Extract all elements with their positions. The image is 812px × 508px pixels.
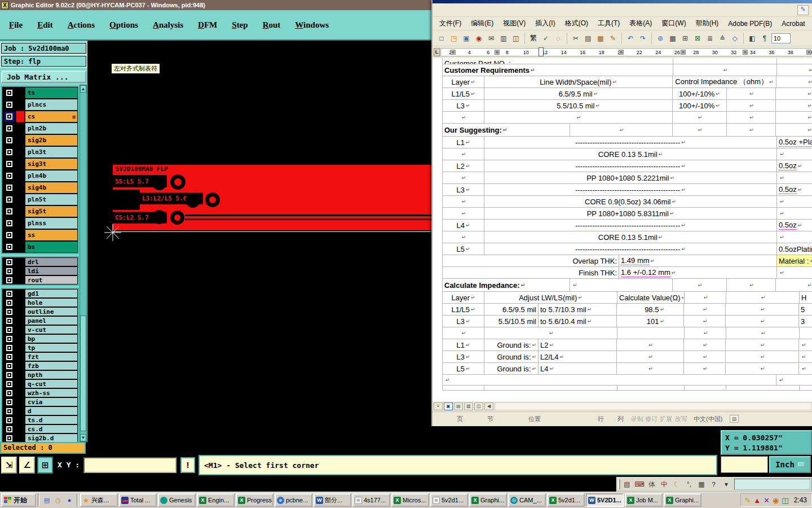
- layer-row-sig3t[interactable]: sig3t: [2, 158, 78, 170]
- layer-row-tp[interactable]: tp: [2, 343, 78, 352]
- layer-name[interactable]: fzb: [25, 361, 78, 370]
- chinese-convert-icon[interactable]: 繁: [528, 33, 539, 44]
- research-icon[interactable]: ◌: [553, 33, 564, 44]
- layer-row-bs[interactable]: bs: [2, 241, 78, 253]
- word-menu-item[interactable]: 视图(V): [503, 19, 526, 28]
- layer-row-sig5t[interactable]: sig5t: [2, 205, 78, 217]
- layer-checkbox[interactable]: [6, 371, 13, 379]
- layer-name[interactable]: ldi: [25, 266, 78, 275]
- layer-name[interactable]: hole: [25, 298, 78, 307]
- tray-red-icon[interactable]: ▲: [753, 497, 761, 504]
- zoom-percent-box[interactable]: 10: [771, 33, 791, 43]
- layer-row-pln5t[interactable]: pln5t: [2, 194, 78, 205]
- task-button[interactable]: ≡5v2d1...: [430, 493, 468, 507]
- langbar-grip[interactable]: [618, 479, 620, 489]
- document-map-icon[interactable]: ◧: [747, 33, 758, 44]
- layer-row-wzh-ss[interactable]: wzh-ss: [2, 388, 78, 397]
- layer-checkbox[interactable]: [6, 220, 13, 227]
- grid-tool-icon[interactable]: ⊞: [37, 457, 53, 474]
- task-button[interactable]: XJob M...: [625, 493, 663, 507]
- task-button[interactable]: Genesis: [158, 493, 196, 507]
- layer-checkbox[interactable]: [6, 299, 13, 306]
- layer-name[interactable]: drl: [25, 257, 78, 266]
- tab-selector[interactable]: L: [434, 48, 440, 56]
- redo-icon[interactable]: ↷: [637, 33, 648, 44]
- word-menu-item[interactable]: 窗口(W): [661, 19, 686, 28]
- tables-borders-icon[interactable]: ▦: [667, 33, 678, 44]
- layer-row-sig2b[interactable]: sig2b: [2, 134, 78, 146]
- columns-icon[interactable]: ≣: [704, 33, 716, 44]
- layer-row-panel[interactable]: panel: [2, 316, 78, 325]
- layer-row-fzt[interactable]: fzt: [2, 352, 78, 361]
- view-button-1[interactable]: ▣: [444, 402, 453, 410]
- select-tool-icon[interactable]: ⇲: [1, 457, 17, 474]
- scroll-down-icon[interactable]: ▼: [80, 434, 86, 441]
- task-button[interactable]: XGraphi...: [664, 493, 701, 507]
- layer-checkbox[interactable]: [6, 277, 13, 284]
- table-column-marker[interactable]: ▦: [495, 50, 500, 55]
- open-icon[interactable]: ◳: [448, 33, 460, 44]
- layer-checkbox[interactable]: [6, 317, 13, 325]
- layer-checkbox[interactable]: [6, 426, 13, 433]
- keyboard-layout-icon[interactable]: ⌨: [634, 479, 645, 490]
- editor-menu-options[interactable]: Options: [109, 20, 138, 30]
- layer-name[interactable]: tp: [25, 343, 78, 352]
- layer-row-v-cut[interactable]: v-cut: [2, 325, 78, 334]
- layer-name[interactable]: q-cut: [25, 379, 78, 388]
- layer-row-q-cut[interactable]: q-cut: [2, 379, 78, 388]
- layer-row-pln2b[interactable]: pln2b: [2, 122, 78, 134]
- layer-name[interactable]: bs: [25, 241, 78, 253]
- layer-name[interactable]: ts: [25, 87, 78, 99]
- layer-name[interactable]: npth: [25, 370, 78, 379]
- layer-checkbox[interactable]: [6, 353, 13, 361]
- print-preview-icon[interactable]: ◫: [510, 33, 522, 44]
- word-menu-item[interactable]: 插入(I): [535, 19, 555, 28]
- task-button[interactable]: XGraphi...: [469, 493, 507, 507]
- layer-checkbox[interactable]: [6, 389, 13, 397]
- layer-checkbox[interactable]: [6, 398, 13, 406]
- layer-row-cvia[interactable]: cvia: [2, 397, 78, 406]
- layer-checkbox[interactable]: [6, 148, 13, 156]
- task-button[interactable]: W5V2D1...: [586, 493, 624, 507]
- insert-table-icon[interactable]: ⊞: [679, 33, 691, 44]
- editor-menu-actions[interactable]: Actions: [68, 20, 95, 30]
- editor-menu-windows[interactable]: Windows: [295, 20, 329, 30]
- layer-checkbox[interactable]: [6, 259, 13, 266]
- layer-name[interactable]: sig3t: [25, 158, 78, 170]
- layer-checkbox[interactable]: [6, 435, 13, 442]
- layer-checkbox[interactable]: [6, 89, 13, 97]
- layer-checkbox[interactable]: [6, 113, 13, 120]
- layer-checkbox[interactable]: [6, 208, 13, 215]
- asian-layout-icon[interactable]: ≙: [717, 33, 728, 44]
- task-button[interactable]: ▬Total ...: [119, 493, 157, 507]
- task-button[interactable]: XMicros...: [391, 493, 429, 507]
- layer-checkbox[interactable]: [6, 344, 13, 352]
- tray-green-icon[interactable]: ◫: [782, 497, 788, 504]
- punctuation-icon[interactable]: °,: [683, 479, 695, 490]
- layer-row-ts[interactable]: ts: [2, 87, 78, 99]
- quicklaunch-clock-icon[interactable]: ◷: [53, 495, 63, 505]
- layer-checkbox[interactable]: [6, 231, 13, 239]
- layer-name[interactable]: outline: [25, 307, 78, 316]
- task-button[interactable]: ◎CAM_...: [508, 493, 546, 507]
- task-button[interactable]: ≡4s177...: [352, 493, 390, 507]
- start-button[interactable]: 开始: [1, 493, 36, 507]
- cut-icon[interactable]: ✂: [570, 33, 581, 44]
- layer-name[interactable]: pln5t: [25, 194, 78, 205]
- layer-checkbox[interactable]: [6, 172, 13, 179]
- task-button[interactable]: XEngin...: [197, 493, 235, 507]
- layer-name[interactable]: cvia: [25, 397, 78, 406]
- char-set-icon[interactable]: 体: [646, 479, 657, 490]
- mail-icon[interactable]: ✉: [486, 33, 497, 44]
- layer-row-sig2b.d[interactable]: sig2b.d: [2, 433, 78, 442]
- task-pane-icon[interactable]: ▤: [621, 479, 633, 490]
- layer-checkbox[interactable]: [6, 335, 13, 343]
- drawing-icon[interactable]: ◇: [729, 33, 740, 44]
- layer-name[interactable]: sig2b: [25, 134, 78, 146]
- layer-checkbox[interactable]: [6, 268, 13, 275]
- layer-row-ldi[interactable]: ldi: [2, 266, 78, 275]
- spelling-icon[interactable]: ✓: [540, 33, 551, 44]
- ruler-drag-cursor[interactable]: [539, 47, 544, 56]
- layer-list-scrollbar[interactable]: ▲ ▼: [80, 85, 87, 442]
- new-document-icon[interactable]: □: [436, 33, 447, 44]
